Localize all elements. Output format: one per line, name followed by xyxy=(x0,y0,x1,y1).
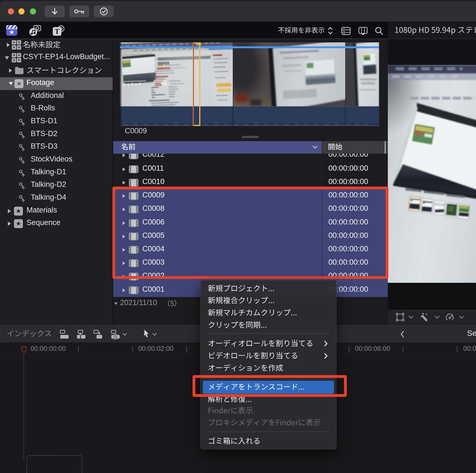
svg-text:T: T xyxy=(55,27,59,35)
